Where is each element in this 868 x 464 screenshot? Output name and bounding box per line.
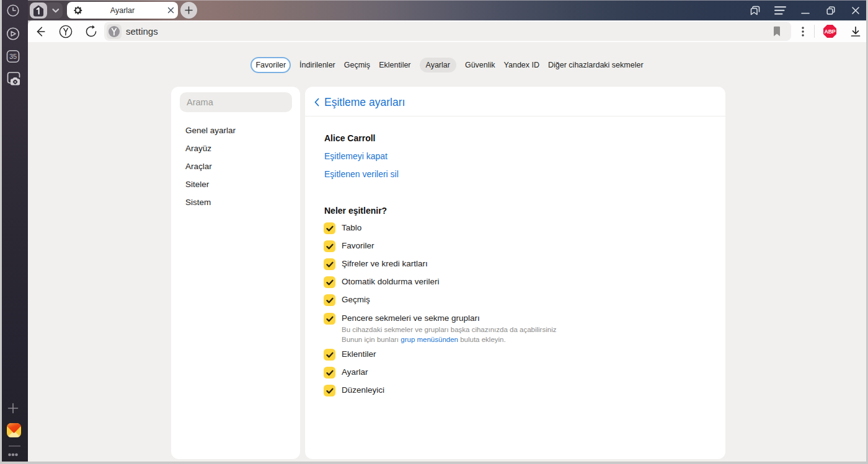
svg-text:35: 35: [9, 53, 17, 60]
svg-text:ABP: ABP: [825, 28, 836, 35]
